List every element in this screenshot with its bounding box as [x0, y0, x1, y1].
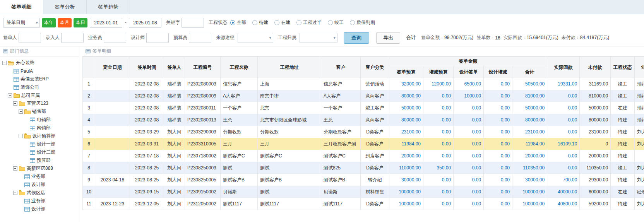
- tree-node-11[interactable]: 设计一部: [1, 140, 78, 148]
- date-type-select[interactable]: 签单日期 ▾: [3, 18, 40, 28]
- tree-node-10[interactable]: 设计预算部: [1, 132, 78, 140]
- tree-node-19[interactable]: 设计部: [1, 205, 78, 213]
- person-field-input-2[interactable]: [61, 33, 84, 43]
- tree-node-17[interactable]: 武侯区店: [1, 189, 78, 197]
- query-button[interactable]: 查询: [344, 32, 369, 44]
- radio-icon: [252, 20, 257, 25]
- keyword-input[interactable]: [182, 18, 204, 28]
- date-from-input[interactable]: [90, 18, 122, 28]
- cell: 分期收款: [258, 126, 321, 138]
- column-header-11[interactable]: 增减预算: [423, 66, 454, 78]
- tree-node-5[interactable]: 总司直属: [1, 91, 78, 99]
- column-header-3[interactable]: 签单时间: [130, 57, 164, 78]
- person-field-label: 预算员: [173, 34, 187, 41]
- table-row-9[interactable]: 92023-04-182023-08-25刘大同P2308250005测试客户B…: [83, 174, 644, 186]
- table-row-8[interactable]: 82023-08-25刘大同P2308250003测试测试测试825D类客户11…: [83, 162, 644, 174]
- column-header-17[interactable]: 工程状态: [611, 57, 635, 78]
- collapse-toggle-icon[interactable]: [2, 61, 7, 65]
- tree-node-label: 预算部: [37, 157, 51, 164]
- table-row-3[interactable]: 32023-02-08瑞祥装P2302080011一个客户北京一个客户竣工客户5…: [83, 102, 644, 114]
- cell: P2309150002: [185, 186, 221, 198]
- collapse-toggle-icon[interactable]: [19, 109, 23, 114]
- status-radio-2[interactable]: 待建: [252, 19, 268, 26]
- cell: 0.00: [484, 126, 512, 138]
- cell: 刘大同: [164, 186, 185, 198]
- quick-range-button-1[interactable]: 本年: [42, 18, 56, 27]
- collapse-toggle-icon[interactable]: [13, 101, 17, 106]
- table-row-4[interactable]: 42023-02-08瑞祥装P2302080013王总北京市朝阳区全球影城王总意…: [83, 114, 644, 126]
- table-row-10[interactable]: 102023-09-15刘大同P2309150002贝诺斯测试贝诺斯材料销售10…: [83, 186, 644, 198]
- status-radio-6[interactable]: 质保到期: [350, 19, 375, 26]
- cell: 60000.00: [580, 186, 611, 198]
- column-header-7[interactable]: 工程地址: [258, 57, 321, 78]
- cell: 0.00: [484, 162, 512, 174]
- quick-range-button-3[interactable]: 本日: [74, 18, 87, 27]
- column-header-6[interactable]: 工程名称: [221, 57, 258, 78]
- belong-select[interactable]: ▾: [300, 33, 337, 43]
- table-row-5[interactable]: 52023-03-29刘大同P2303290003分期收款分期收款分期收款客户D…: [83, 126, 644, 138]
- column-header-16[interactable]: 未付款: [580, 57, 611, 78]
- column-header-8[interactable]: 客户: [321, 57, 361, 78]
- tree-node-18[interactable]: 业务部: [1, 197, 78, 205]
- column-header-9[interactable]: 客户分类: [361, 57, 389, 78]
- column-header-18[interactable]: 业务员: [635, 57, 644, 78]
- collapse-toggle-icon[interactable]: [8, 93, 12, 97]
- person-field-input-4[interactable]: [146, 33, 169, 43]
- column-header-5[interactable]: 工程编号: [185, 57, 221, 78]
- person-field-input-3[interactable]: [104, 33, 126, 43]
- cell: 23100.00: [389, 126, 423, 138]
- date-to-input[interactable]: [129, 18, 161, 28]
- export-button[interactable]: 导出: [376, 32, 400, 44]
- column-header-14[interactable]: 合计: [512, 66, 547, 78]
- tab-3[interactable]: 签单趋势: [87, 0, 130, 14]
- radio-icon: [328, 20, 333, 25]
- tree-node-12[interactable]: 设计二部: [1, 148, 78, 156]
- quick-range-button-2[interactable]: 本月: [58, 18, 72, 27]
- column-header-13[interactable]: 设计增减: [484, 66, 512, 78]
- cell: 北京市朝阳区全球影城: [258, 114, 321, 126]
- folder-icon: [19, 101, 25, 106]
- tree-node-16[interactable]: 设计部: [1, 181, 78, 189]
- tree-node-label: PaulA: [21, 68, 33, 74]
- row-number-header[interactable]: [83, 57, 95, 78]
- tree-node-3[interactable]: 美佳云装ERP: [1, 75, 78, 83]
- column-header-10[interactable]: 签单预算: [389, 66, 423, 78]
- tree-node-2[interactable]: PaulA: [1, 67, 78, 75]
- collapse-toggle-icon[interactable]: [19, 134, 23, 138]
- radio-icon: [274, 20, 279, 25]
- collapse-toggle-icon[interactable]: [13, 191, 17, 195]
- table-row-2[interactable]: 22023-02-08瑞祥装P2302080009A大客户南京中街A大客户意向客…: [83, 90, 644, 102]
- table-row-11[interactable]: 112023-12-232023-12-05刘大同P2312050002测试11…: [83, 198, 644, 210]
- status-radio-4[interactable]: 工程过半: [296, 19, 322, 26]
- person-field-input-1[interactable]: [19, 33, 41, 43]
- tab-1[interactable]: 签单明细: [0, 0, 43, 14]
- tab-2[interactable]: 签单分析: [43, 0, 87, 14]
- collapse-toggle-icon[interactable]: [13, 166, 17, 171]
- column-header-4[interactable]: 签单人: [164, 57, 185, 78]
- status-radio-3[interactable]: 在建: [274, 19, 290, 26]
- cell: 刘大同: [635, 174, 644, 186]
- tree-node-14[interactable]: 高新区店888: [1, 164, 78, 172]
- cell: P2303310005: [185, 138, 221, 150]
- cell: P2312050002: [185, 198, 221, 210]
- table-row-1[interactable]: 12023-02-08瑞祥装P2302080003信息客户上海信息客户营销活动3…: [83, 78, 644, 90]
- tree-node-4[interactable]: 装饰公司: [1, 83, 78, 91]
- tree-node-13[interactable]: 预算部: [1, 156, 78, 164]
- person-field-input-5[interactable]: [189, 33, 211, 43]
- source-select[interactable]: ▾: [238, 33, 273, 43]
- tree-node-7[interactable]: 销售部: [1, 108, 78, 116]
- column-header-2[interactable]: 定金日期: [95, 57, 130, 78]
- cell: 分期收款客户: [321, 126, 361, 138]
- tree-node-9[interactable]: 网销部: [1, 124, 78, 132]
- status-radio-5[interactable]: 竣工: [328, 19, 344, 26]
- tree-node-15[interactable]: 业务部: [1, 172, 78, 181]
- cell: 瑞祥装: [164, 90, 185, 102]
- tree-node-6[interactable]: 直营店123: [1, 99, 78, 108]
- tree-node-1[interactable]: 开心装饰: [1, 59, 78, 67]
- column-header-15[interactable]: 实际回款: [547, 57, 580, 78]
- status-radio-1[interactable]: 全部: [230, 19, 246, 26]
- table-row-7[interactable]: 72023-07-18刘大同P2307180002测试客户C测试客户C测试客户C…: [83, 150, 644, 162]
- table-row-6[interactable]: 62023-03-31刘大同P2303310005三月三月三月收款客户测D类客户…: [83, 138, 644, 150]
- column-header-12[interactable]: 设计签单: [454, 66, 484, 78]
- tree-node-8[interactable]: 电销部: [1, 116, 78, 124]
